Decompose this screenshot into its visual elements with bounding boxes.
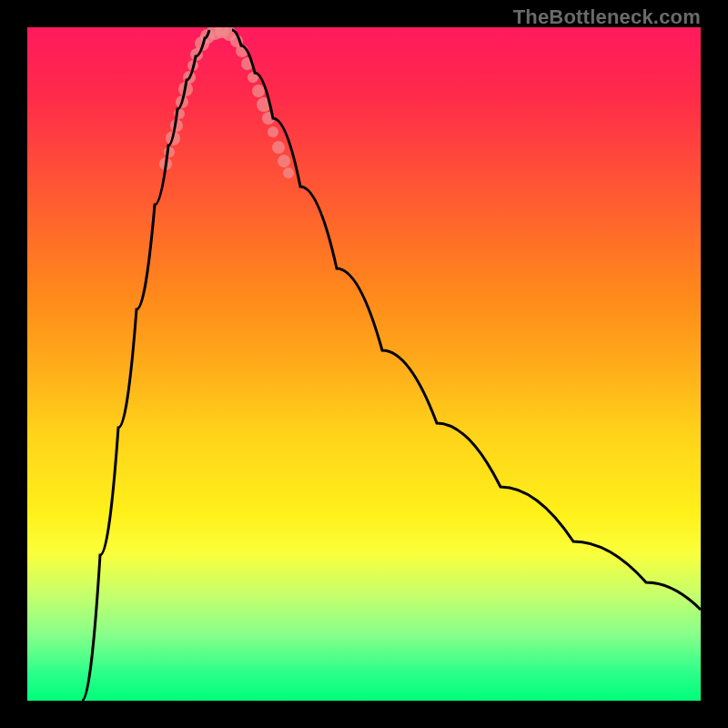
data-marker <box>272 141 285 154</box>
data-marker <box>268 126 278 137</box>
right-curve <box>232 30 701 610</box>
data-marker <box>252 85 265 97</box>
left-curve <box>82 30 209 701</box>
plot-area <box>27 27 701 701</box>
chart-container: TheBottleneck.com <box>0 0 728 728</box>
data-marker <box>278 155 290 167</box>
curves-svg <box>27 27 701 701</box>
data-marker <box>283 167 294 178</box>
marker-group <box>159 27 294 178</box>
watermark-text: TheBottleneck.com <box>513 5 701 29</box>
